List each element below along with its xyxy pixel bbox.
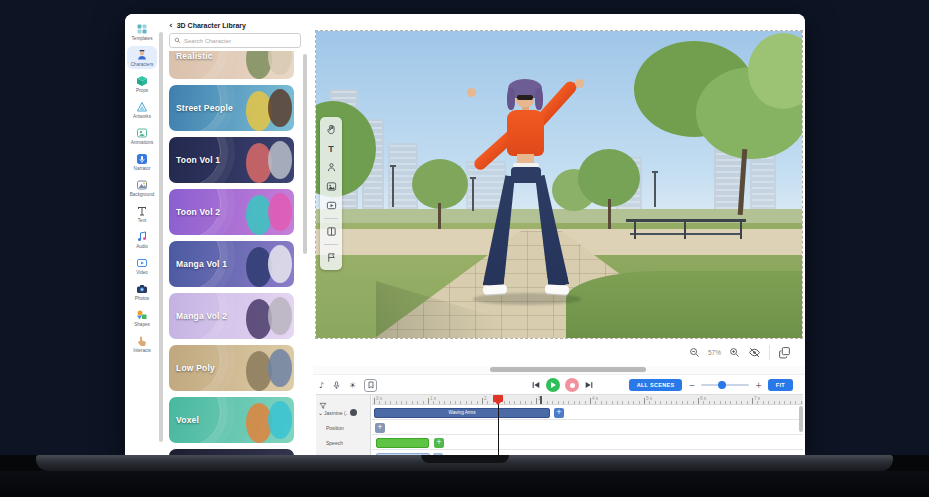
card-low-poly[interactable]: Low Poly (169, 345, 294, 391)
image-tool[interactable] (325, 180, 338, 193)
timeline-zoom-in[interactable]: + (755, 381, 762, 390)
sidebar-item-label: Shapes (127, 322, 157, 327)
sidebar-item-characters[interactable]: Characters (127, 46, 157, 69)
add-animation-button[interactable]: + (554, 408, 564, 418)
track-row-jasmine[interactable]: ⌄ Jasmine (.. (316, 405, 371, 420)
sidebar-item-shapes[interactable]: Shapes (127, 306, 157, 329)
sidebar-item-photos[interactable]: Photos (127, 280, 157, 303)
sun-icon[interactable]: ☀ (349, 381, 356, 390)
timeline-scrollbar[interactable] (799, 406, 803, 432)
app-window: Templates Characters Props Artworks Anim… (125, 14, 805, 455)
canvas-hscroll (313, 366, 805, 374)
character-right-leg (531, 174, 569, 288)
speech-clip[interactable] (376, 438, 429, 448)
park-table (626, 219, 746, 222)
sidebar-item-label: Text (127, 218, 157, 223)
timeline-ruler[interactable]: 0 s 1 s 2 3 4 s 5 s 6 s 7 s (372, 395, 803, 405)
zoom-out-button[interactable] (689, 347, 700, 358)
search-input[interactable] (184, 38, 294, 44)
sidebar-item-artworks[interactable]: Artworks (127, 98, 157, 121)
music-icon[interactable]: ♪ (319, 381, 324, 390)
character-jasmine[interactable] (461, 79, 591, 307)
record-button[interactable] (565, 378, 579, 392)
card-manga-vol-1[interactable]: Manga Vol 1 (169, 241, 294, 287)
all-scenes-button[interactable]: ALL SCENES (629, 379, 683, 391)
playhead-handle[interactable] (493, 395, 503, 402)
sidebar-item-animations[interactable]: Animations (127, 124, 157, 147)
sidebar-resize-handle[interactable] (159, 32, 163, 442)
search-box[interactable] (169, 33, 301, 48)
park-table-leg (684, 221, 686, 239)
video-tool[interactable] (325, 199, 338, 212)
slider-thumb[interactable] (718, 381, 726, 389)
text-tool[interactable]: T (325, 142, 338, 155)
play-button[interactable] (546, 378, 560, 392)
video-icon (136, 257, 148, 269)
canvas-hscroll-thumb[interactable] (490, 367, 646, 372)
park-table-leg (634, 221, 636, 239)
bookmark-button[interactable] (364, 379, 377, 392)
zoom-bar: 57% (313, 339, 805, 366)
search-icon (174, 37, 181, 44)
character-top (507, 110, 544, 156)
laptop-lid-notch (421, 455, 509, 463)
hide-ui-button[interactable] (748, 346, 761, 359)
skip-start-button[interactable] (531, 380, 541, 390)
sidebar-item-label: Interacts (127, 348, 157, 353)
scene-canvas[interactable]: T (316, 31, 802, 338)
sidebar-item-audio[interactable]: Audio (127, 228, 157, 251)
zoom-in-button[interactable] (729, 347, 740, 358)
track-row-speech[interactable]: Speech (316, 435, 371, 450)
back-icon[interactable]: ‹ (169, 20, 173, 30)
sidebar-item-narrator[interactable]: Narrator (127, 150, 157, 173)
track-lane-speech[interactable]: + (372, 435, 803, 450)
track-lane-position[interactable]: + (372, 420, 803, 435)
add-position-button[interactable]: + (375, 423, 385, 433)
microphone-icon[interactable] (332, 381, 341, 390)
timeline-tracks-area[interactable]: 0 s 1 s 2 3 4 s 5 s 6 s 7 s Waving Arms … (372, 395, 803, 455)
panel-scrollbar[interactable] (303, 54, 307, 254)
hand-tool[interactable] (325, 123, 338, 136)
lamp-post (654, 171, 656, 207)
card-toon-vol-2[interactable]: Toon Vol 2 (169, 189, 294, 235)
timeline-zoom-slider[interactable] (701, 384, 749, 386)
flag-tool[interactable] (325, 251, 338, 264)
ruler-label: 7 s (754, 396, 760, 401)
scenes-panel-tool[interactable] (325, 225, 338, 238)
fit-button[interactable]: FIT (768, 379, 793, 391)
card-realistic[interactable]: Realistic (169, 51, 294, 79)
add-speech-button[interactable]: + (434, 438, 444, 448)
sidebar-item-templates[interactable]: Templates (127, 20, 157, 43)
character-left-leg (483, 174, 519, 288)
collapse-icon[interactable]: ⌄ (318, 409, 323, 416)
character-tool[interactable] (325, 161, 338, 174)
sidebar-item-label: Background (127, 192, 157, 197)
sidebar-item-background[interactable]: Background (127, 176, 157, 199)
sidebar-item-label: Photos (127, 296, 157, 301)
sidebar-item-interacts[interactable]: Interacts (127, 332, 157, 355)
timeline-zoom-out[interactable]: − (688, 381, 695, 390)
track-row-position[interactable]: Position (316, 420, 371, 435)
lamp-post (392, 165, 394, 207)
animation-clip[interactable]: Waving Arms (374, 408, 550, 418)
duplicate-scene-button[interactable] (778, 346, 791, 359)
zoom-level[interactable]: 57% (708, 349, 721, 356)
character-right-hand (575, 79, 584, 88)
sidebar-item-text[interactable]: Text (127, 202, 157, 225)
toolbar-divider (324, 244, 338, 245)
sidebar-item-label: Animations (127, 140, 157, 145)
main-sidebar: Templates Characters Props Artworks Anim… (125, 14, 159, 455)
card-toon-vol-1[interactable]: Toon Vol 1 (169, 137, 294, 183)
skip-end-button[interactable] (584, 380, 594, 390)
track-name: Speech (326, 440, 343, 446)
scene-zoom-controls: ALL SCENES − + FIT (629, 375, 793, 395)
card-voxel[interactable]: Voxel (169, 397, 294, 443)
track-lane-animation[interactable]: Waving Arms + (372, 405, 803, 420)
card-manga-vol-2[interactable]: Manga Vol 2 (169, 293, 294, 339)
sidebar-item-video[interactable]: Video (127, 254, 157, 277)
sidebar-item-props[interactable]: Props (127, 72, 157, 95)
timeline-track-names: ⌄ Jasmine (.. Position Speech (316, 395, 371, 455)
card-street-people[interactable]: Street People (169, 85, 294, 131)
track-options-icon[interactable] (350, 409, 357, 416)
character-right-shoe (545, 284, 570, 295)
